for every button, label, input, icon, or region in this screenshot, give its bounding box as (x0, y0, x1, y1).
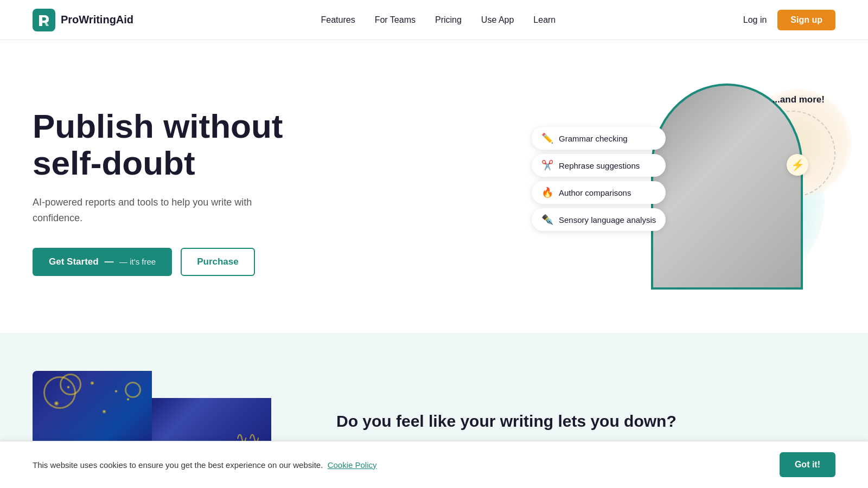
logo-icon (33, 9, 55, 31)
logo-link[interactable]: ProWritingAid (33, 9, 133, 31)
stars-background (33, 371, 152, 452)
navbar-actions: Log in Sign up (743, 10, 835, 30)
hero-title: Publish without self-doubt (33, 108, 283, 182)
purchase-button[interactable]: Purchase (181, 248, 255, 276)
hero-illustration: ...and more! ⚡ ✏️ Grammar checking ✂️ Re… (532, 84, 835, 300)
nav-links: Features For Teams Pricing Use App Learn (321, 15, 556, 25)
second-section: ∿∿ Do you feel like your writing lets yo… (0, 333, 868, 452)
nav-use-app[interactable]: Use App (481, 15, 514, 25)
author-icon: 🔥 (541, 187, 553, 198)
second-question: Do you feel like your writing lets you d… (336, 412, 803, 431)
person-inner (653, 86, 801, 287)
logo-svg (37, 13, 51, 27)
navbar: ProWritingAid Features For Teams Pricing… (0, 0, 868, 40)
sensory-icon: ✒️ (541, 214, 553, 226)
nav-features[interactable]: Features (321, 15, 355, 25)
signup-button[interactable]: Sign up (777, 10, 835, 30)
person-image (651, 84, 803, 290)
nav-pricing[interactable]: Pricing (435, 15, 462, 25)
swirl-2 (60, 374, 81, 395)
get-started-button[interactable]: Get Started — — it's free (33, 248, 172, 276)
hero-buttons: Get Started — — it's free Purchase (33, 248, 283, 276)
nav-for-teams[interactable]: For Teams (375, 15, 416, 25)
nav-learn[interactable]: Learn (533, 15, 556, 25)
pill-grammar: ✏️ Grammar checking (532, 127, 666, 150)
and-more-text: ...and more! (773, 94, 825, 105)
pill-author: 🔥 Author comparisons (532, 181, 666, 204)
pill-rephrase: ✂️ Rephrase suggestions (532, 154, 666, 177)
feature-pills: ✏️ Grammar checking ✂️ Rephrase suggesti… (532, 127, 666, 231)
pill-sensory: ✒️ Sensory language analysis (532, 208, 666, 231)
cookie-banner: This website uses cookies to ensure you … (0, 441, 868, 452)
swirl-3 (125, 382, 141, 398)
login-button[interactable]: Log in (743, 15, 767, 25)
hero-left: Publish without self-doubt AI-powered re… (33, 108, 283, 276)
painting-starry-night (33, 371, 152, 452)
hero-section: Publish without self-doubt AI-powered re… (0, 40, 868, 333)
paintings: ∿∿ (33, 371, 293, 452)
grammar-icon: ✏️ (541, 132, 553, 144)
brand-name: ProWritingAid (61, 14, 133, 26)
hero-subtitle: AI-powered reports and tools to help you… (33, 195, 271, 226)
lightning-badge: ⚡ (787, 154, 808, 176)
rephrase-icon: ✂️ (541, 159, 553, 171)
painting-area: ∿∿ (33, 371, 293, 452)
